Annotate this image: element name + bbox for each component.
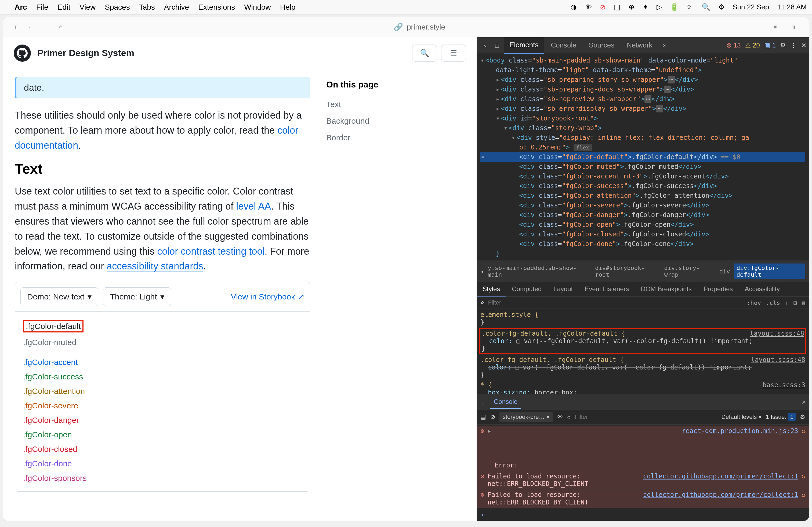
demo-dropdown[interactable]: Demo: New text ▾ — [20, 287, 98, 306]
app-name[interactable]: Arc — [14, 3, 27, 12]
sidebar-toggle-icon[interactable]: ▤ — [480, 413, 486, 420]
device-toggle-icon[interactable]: ⬚ — [492, 40, 503, 51]
menu-help[interactable]: Help — [280, 3, 296, 12]
devtools-panel: ⇱ ⬚ Elements Console Sources Network » ⊗… — [477, 37, 809, 521]
styles-tab-computed[interactable]: Computed — [506, 282, 548, 297]
kebab-icon[interactable]: ⋮ — [790, 42, 797, 49]
close-drawer-icon[interactable]: ✕ — [802, 398, 806, 406]
contrast-tool-link[interactable]: color contrast testing tool — [157, 246, 264, 257]
back-button[interactable]: ← — [25, 21, 36, 33]
error-badge[interactable]: ⊗ 13 — [726, 42, 741, 49]
toc-item-background[interactable]: Background — [326, 113, 428, 129]
menu-view[interactable]: View — [79, 3, 96, 12]
element-style-rule: element.style { } — [479, 311, 806, 327]
info-callout: date. — [15, 77, 310, 98]
site-title[interactable]: Primer Design System — [37, 48, 134, 58]
new-rule-icon[interactable]: + — [785, 299, 788, 306]
close-icon[interactable]: ✕ — [801, 42, 806, 49]
crumb[interactable]: div#storybook-root — [592, 264, 660, 279]
github-logo-icon[interactable] — [14, 45, 31, 62]
info-badge[interactable]: ▣ 1 — [764, 42, 776, 49]
chevron-down-icon: ▾ — [160, 292, 164, 301]
sidebar-toggle-icon[interactable]: ◫ — [10, 21, 21, 33]
issues-indicator[interactable]: 1 Issue: 1 — [766, 413, 796, 420]
more-icon[interactable]: ⊡ — [794, 299, 797, 306]
status-icon[interactable]: 👁 — [585, 3, 592, 11]
view-storybook-link[interactable]: View in Storybook ↗ — [231, 292, 305, 301]
spotlight-icon[interactable]: 🔍 — [702, 3, 710, 11]
tab-network[interactable]: Network — [621, 37, 657, 53]
extension-icon[interactable]: ▣ — [769, 21, 781, 33]
toc-item-text[interactable]: Text — [326, 96, 428, 113]
menu-extensions[interactable]: Extensions — [198, 3, 235, 12]
styles-body[interactable]: element.style { } .color-fg-default, .fg… — [477, 309, 809, 394]
rule-fgcolor-default-overridden: .color-fg-default, .fgColor-default {lay… — [479, 356, 806, 379]
settings-icon[interactable]: ⚙ — [780, 42, 786, 49]
crumb[interactable]: div — [717, 267, 733, 276]
status-icon[interactable]: ⊕ — [628, 3, 635, 11]
status-icon[interactable]: ✦ — [642, 3, 649, 11]
hov-toggle[interactable]: :hov — [747, 299, 761, 306]
status-icon[interactable]: ▷ — [656, 3, 662, 11]
reload-button[interactable]: ⟳ — [55, 21, 66, 33]
log-levels-dropdown[interactable]: Default levels ▾ — [721, 413, 761, 420]
console-settings-icon[interactable]: ⚙ — [800, 413, 805, 420]
console-tab[interactable]: Console — [490, 395, 521, 409]
status-icon[interactable]: ⊘ — [600, 3, 606, 11]
more-tabs-icon[interactable]: » — [659, 40, 670, 51]
control-center-icon[interactable]: ⚙ — [718, 3, 724, 11]
fg-done: .fgColor-done — [23, 458, 302, 469]
styles-tab-event-listeners[interactable]: Event Listeners — [579, 282, 635, 297]
live-expr-icon[interactable]: 👁 — [557, 413, 563, 420]
menu-window[interactable]: Window — [244, 3, 271, 12]
styles-tab-accessibility[interactable]: Accessibility — [739, 282, 786, 297]
tab-elements[interactable]: Elements — [504, 37, 544, 54]
inspect-icon[interactable]: ⇱ — [479, 40, 490, 51]
console-error-row[interactable]: ⊗Failed to load resource: net::ERR_BLOCK… — [477, 471, 809, 490]
forward-button[interactable]: → — [40, 21, 51, 33]
crumb[interactable]: y.sb-main-padded.sb-show-main — [485, 264, 591, 279]
styles-filter-input[interactable] — [488, 299, 743, 306]
menu-tabs[interactable]: Tabs — [139, 3, 155, 12]
hamburger-button[interactable]: ☰ — [441, 45, 466, 62]
styles-tab-layout[interactable]: Layout — [548, 282, 579, 297]
tab-sources[interactable]: Sources — [583, 37, 620, 53]
computed-icon[interactable]: ▦ — [802, 299, 805, 306]
toc-item-border[interactable]: Border — [326, 129, 428, 146]
menu-archive[interactable]: Archive — [164, 3, 189, 12]
battery-icon[interactable]: 🔋 — [670, 3, 679, 11]
crumb-selected[interactable]: div.fgColor-default — [734, 264, 805, 279]
console-filter-input[interactable] — [575, 413, 618, 420]
fg-danger: .fgColor-danger — [23, 415, 302, 426]
url-bar[interactable]: 🔗 primer.style — [70, 22, 769, 31]
console-context[interactable]: storybook-pre… ▾ — [499, 412, 553, 422]
menu-file[interactable]: File — [36, 3, 48, 12]
tab-console[interactable]: Console — [545, 37, 582, 53]
search-button[interactable]: 🔍 — [412, 45, 437, 62]
dom-tree[interactable]: <body class="sb-main-padded sb-show-main… — [477, 54, 809, 260]
styles-tab-properties[interactable]: Properties — [698, 282, 739, 297]
console-menu-icon[interactable]: ⋮ — [480, 398, 486, 406]
breadcrumb[interactable]: ◂ y.sb-main-padded.sb-show-main div#stor… — [477, 260, 809, 282]
console-error-row[interactable]: ⊗Failed to load resource: net::ERR_BLOCK… — [477, 490, 809, 508]
console-error-row[interactable]: ⊗▸Error: attribute width: Expected lengt… — [477, 425, 809, 471]
menubar-time[interactable]: 11:28 AM — [777, 3, 807, 11]
level-aa-link[interactable]: level AA — [236, 201, 271, 212]
crumb-scroll-left[interactable]: ◂ — [480, 268, 484, 275]
warning-badge[interactable]: ⚠ 20 — [745, 42, 760, 49]
status-icon[interactable]: ◑ — [570, 3, 577, 11]
menu-edit[interactable]: Edit — [57, 3, 70, 12]
theme-dropdown[interactable]: Theme: Light ▾ — [103, 287, 171, 306]
accessibility-link[interactable]: accessibility standards — [106, 260, 203, 272]
menubar-date[interactable]: Sun 22 Sep — [733, 3, 769, 11]
styles-tab-dom-breakpoints[interactable]: DOM Breakpoints — [635, 282, 698, 297]
wifi-icon[interactable]: ᯤ — [686, 3, 694, 11]
panel-toggle-icon[interactable]: ◨ — [787, 21, 799, 33]
cls-toggle[interactable]: .cls — [766, 299, 780, 306]
crumb[interactable]: div.story-wrap — [661, 264, 715, 279]
clear-console-icon[interactable]: ⊘ — [490, 413, 495, 420]
styles-tab-styles[interactable]: Styles — [477, 282, 506, 297]
status-icon[interactable]: ◫ — [614, 3, 621, 11]
console-prompt[interactable]: › — [477, 509, 809, 521]
menu-spaces[interactable]: Spaces — [105, 3, 130, 12]
